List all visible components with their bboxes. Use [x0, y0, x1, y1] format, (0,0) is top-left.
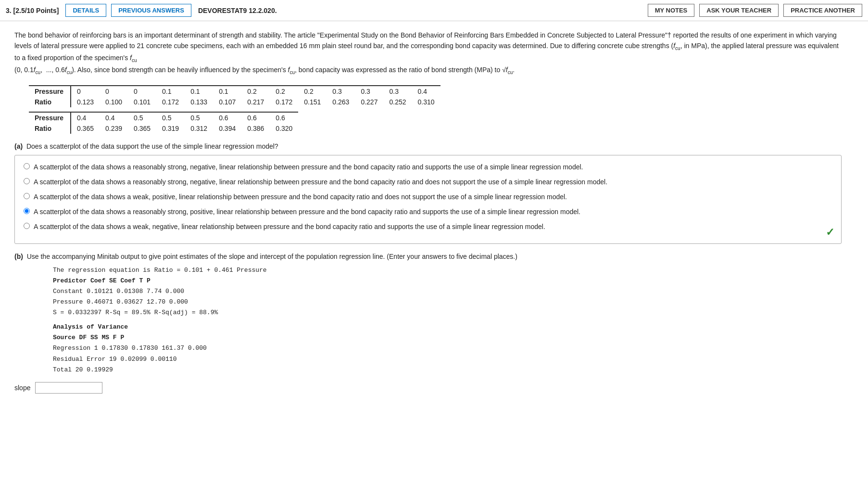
p1-6: 0.1: [213, 86, 241, 97]
option-5-row: A scatterplot of the data shows a weak, …: [24, 222, 832, 232]
anova-regression-row: Regression 1 0.17830 0.17830 161.37 0.00…: [53, 343, 842, 354]
anova-title: Analysis of Variance: [53, 322, 842, 332]
p2-1: 0.4: [71, 112, 100, 123]
anova-section: Analysis of Variance Source DF SS MS F P…: [53, 322, 842, 375]
minitab-pressure-row: Pressure 0.46071 0.03627 12.70 0.000: [53, 297, 842, 307]
r2-6: 0.394: [213, 123, 241, 134]
options-box: A scatterplot of the data shows a reason…: [14, 155, 842, 244]
table-row: Pressure 0 0 0 0.1 0.1 0.1 0.2 0.2 0.2 0…: [29, 86, 440, 97]
data-table-container: Pressure 0 0 0 0.1 0.1 0.1 0.2 0.2 0.2 0…: [29, 85, 842, 134]
p1-3: 0: [128, 86, 156, 97]
option-1-row: A scatterplot of the data shows a reason…: [24, 162, 832, 172]
r1-9: 0.151: [298, 97, 327, 107]
p2-8: 0.6: [270, 112, 298, 123]
r1-6: 0.107: [213, 97, 241, 107]
slope-label: slope: [14, 384, 30, 392]
p1-12: 0.3: [383, 86, 412, 97]
r1-2: 0.100: [100, 97, 128, 107]
p2-7: 0.6: [241, 112, 270, 123]
p1-11: 0.3: [355, 86, 383, 97]
p1-5: 0.1: [185, 86, 213, 97]
part-b-question: Use the accompanying Minitab output to g…: [27, 253, 517, 260]
previous-answers-button[interactable]: PREVIOUS ANSWERS: [111, 4, 191, 17]
spacer-row: [29, 107, 440, 112]
minitab-equation: The regression equation is Ratio = 0.101…: [53, 265, 842, 276]
table-row: Pressure 0.4 0.4 0.5 0.5 0.5 0.6 0.6 0.6: [29, 112, 440, 123]
slope-input[interactable]: [35, 382, 102, 394]
part-a-question: Does a scatterplot of the data support t…: [26, 142, 278, 150]
r2-8: 0.320: [270, 123, 298, 134]
practice-another-button[interactable]: PRACTICE ANOTHER: [783, 4, 862, 17]
r1-7: 0.217: [241, 97, 270, 107]
r2-5: 0.312: [185, 123, 213, 134]
correct-checkmark: ✓: [826, 226, 834, 239]
problem-id: DEVORESTAT9 12.2.020.: [198, 7, 277, 14]
ratio-label-1: Ratio: [29, 97, 71, 107]
p2-3: 0.5: [128, 112, 156, 123]
option-5-radio[interactable]: [24, 223, 30, 229]
option-1-radio[interactable]: [24, 163, 30, 169]
r1-12: 0.252: [383, 97, 412, 107]
pressure-label-1: Pressure: [29, 86, 71, 97]
anova-total-row: Total 20 0.19929: [53, 365, 842, 375]
p2-6: 0.6: [213, 112, 241, 123]
ask-teacher-button[interactable]: ASK YOUR TEACHER: [699, 4, 779, 17]
r1-11: 0.227: [355, 97, 383, 107]
option-2-text[interactable]: A scatterplot of the data shows a reason…: [34, 177, 607, 187]
details-button[interactable]: DETAILS: [65, 4, 106, 17]
minitab-constant-row: Constant 0.10121 0.01308 7.74 0.000: [53, 286, 842, 297]
option-3-text[interactable]: A scatterplot of the data shows a weak, …: [34, 192, 567, 202]
option-5-text[interactable]: A scatterplot of the data shows a weak, …: [34, 222, 545, 232]
r1-8: 0.172: [270, 97, 298, 107]
r2-2: 0.239: [100, 123, 128, 134]
problem-text: The bond behavior of reinforcing bars is…: [14, 30, 842, 76]
p1-1: 0: [71, 86, 100, 97]
option-3-radio[interactable]: [24, 193, 30, 199]
my-notes-button[interactable]: MY NOTES: [648, 4, 695, 17]
minitab-predictor-header: Predictor Coef SE Coef T P: [53, 276, 842, 286]
p2-4: 0.5: [156, 112, 185, 123]
slope-row: slope: [14, 382, 842, 394]
p1-2: 0: [100, 86, 128, 97]
r2-7: 0.386: [241, 123, 270, 134]
option-4-radio[interactable]: [24, 208, 30, 214]
anova-header: Source DF SS MS F P: [53, 332, 842, 343]
p1-8: 0.2: [270, 86, 298, 97]
r1-13: 0.310: [412, 97, 440, 107]
main-content: The bond behavior of reinforcing bars is…: [0, 21, 856, 403]
r2-3: 0.365: [128, 123, 156, 134]
option-2-row: A scatterplot of the data shows a reason…: [24, 177, 832, 187]
anova-residual-row: Residual Error 19 0.02099 0.00110: [53, 354, 842, 365]
option-1-text[interactable]: A scatterplot of the data shows a reason…: [34, 162, 583, 172]
table-row: Ratio 0.123 0.100 0.101 0.172 0.133 0.10…: [29, 97, 440, 107]
r1-3: 0.101: [128, 97, 156, 107]
minitab-output: The regression equation is Ratio = 0.101…: [53, 265, 842, 318]
p1-7: 0.2: [241, 86, 270, 97]
r2-1: 0.365: [71, 123, 100, 134]
r1-1: 0.123: [71, 97, 100, 107]
ratio-label-2: Ratio: [29, 123, 71, 134]
table-row: Ratio 0.365 0.239 0.365 0.319 0.312 0.39…: [29, 123, 440, 134]
r2-4: 0.319: [156, 123, 185, 134]
option-4-text[interactable]: A scatterplot of the data shows a reason…: [34, 207, 580, 217]
p2-5: 0.5: [185, 112, 213, 123]
option-4-row: A scatterplot of the data shows a reason…: [24, 207, 832, 217]
p1-10: 0.3: [327, 86, 355, 97]
part-a-label: (a) Does a scatterplot of the data suppo…: [14, 142, 842, 150]
option-3-row: A scatterplot of the data shows a weak, …: [24, 192, 832, 202]
question-label: 3. [2.5/10 Points]: [6, 7, 59, 14]
r1-4: 0.172: [156, 97, 185, 107]
r1-10: 0.263: [327, 97, 355, 107]
part-b-label: (b) Use the accompanying Minitab output …: [14, 253, 842, 260]
pressure-label-2: Pressure: [29, 112, 71, 123]
p1-4: 0.1: [156, 86, 185, 97]
p1-13: 0.4: [412, 86, 440, 97]
option-2-radio[interactable]: [24, 178, 30, 184]
data-table: Pressure 0 0 0 0.1 0.1 0.1 0.2 0.2 0.2 0…: [29, 85, 440, 134]
minitab-s-row: S = 0.0332397 R-Sq = 89.5% R-Sq(adj) = 8…: [53, 307, 842, 318]
p2-2: 0.4: [100, 112, 128, 123]
r1-5: 0.133: [185, 97, 213, 107]
p1-9: 0.2: [298, 86, 327, 97]
top-bar: 3. [2.5/10 Points] DETAILS PREVIOUS ANSW…: [0, 0, 868, 21]
